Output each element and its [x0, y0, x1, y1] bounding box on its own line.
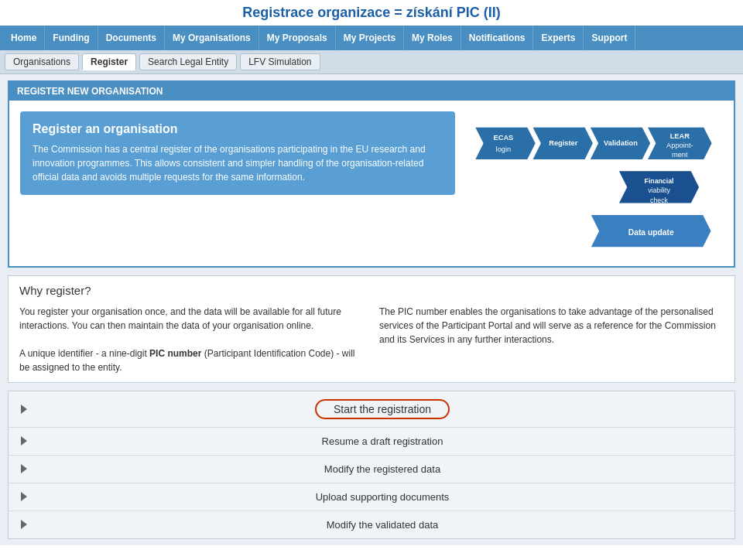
svg-marker-0 — [475, 128, 535, 159]
nav-funding[interactable]: Funding — [45, 26, 98, 50]
nav-notifications[interactable]: Notifications — [461, 26, 534, 50]
arrow-icon — [21, 436, 27, 446]
why-title: Why register? — [19, 284, 724, 297]
svg-text:LEAR: LEAR — [670, 132, 690, 140]
action-rows: Start the registration Resume a draft re… — [8, 391, 735, 539]
nav-documents[interactable]: Documents — [98, 26, 165, 50]
register-description: The Commission has a central register of… — [33, 142, 443, 184]
modify-validated-label: Modify the validated data — [43, 519, 722, 531]
start-registration-label: Start the registration — [43, 399, 722, 419]
register-text-block: Register an organisation The Commission … — [20, 111, 455, 195]
subnav-register[interactable]: Register — [82, 53, 136, 70]
svg-text:Financial: Financial — [645, 177, 674, 185]
svg-text:ECAS: ECAS — [494, 134, 514, 142]
nav-support[interactable]: Support — [584, 26, 635, 50]
nav-home[interactable]: Home — [3, 26, 45, 50]
svg-text:ment: ment — [672, 151, 688, 159]
why-section: Why register? You register your organisa… — [8, 275, 735, 383]
svg-text:Validation: Validation — [604, 139, 638, 147]
resume-draft-row[interactable]: Resume a draft registration — [9, 428, 734, 456]
resume-draft-label: Resume a draft registration — [43, 435, 722, 447]
svg-text:Register: Register — [549, 139, 577, 147]
subnav-organisations[interactable]: Organisations — [5, 53, 79, 70]
why-col-2: The PIC number enables the organisations… — [379, 305, 724, 374]
why-col-1: You register your organisation once, and… — [19, 305, 364, 374]
register-section: REGISTER NEW ORGANISATION Register an or… — [8, 80, 735, 268]
nav-my-roles[interactable]: My Roles — [404, 26, 461, 50]
nav-my-projects[interactable]: My Projects — [336, 26, 404, 50]
svg-text:Appoint-: Appoint- — [666, 142, 693, 149]
content-area: REGISTER NEW ORGANISATION Register an or… — [0, 74, 743, 545]
register-section-body: Register an organisation The Commission … — [9, 101, 734, 266]
modify-validated-row[interactable]: Modify the validated data — [9, 511, 734, 538]
nav-experts[interactable]: Experts — [533, 26, 584, 50]
why-columns: You register your organisation once, and… — [19, 305, 724, 374]
arrow-icon — [21, 492, 27, 501]
modify-registered-label: Modify the registered data — [43, 463, 722, 475]
process-diagram: ECAS login Register Validation LEAR Appo… — [467, 111, 723, 255]
register-diagram: ECAS login Register Validation LEAR Appo… — [467, 111, 723, 255]
upload-documents-label: Upload supporting documents — [43, 491, 722, 503]
sub-nav: Organisations Register Search Legal Enti… — [0, 50, 743, 74]
modify-registered-row[interactable]: Modify the registered data — [9, 456, 734, 483]
subnav-search-legal-entity[interactable]: Search Legal Entity — [139, 53, 237, 70]
nav-my-proposals[interactable]: My Proposals — [259, 26, 336, 50]
svg-text:login: login — [496, 145, 512, 153]
svg-text:check: check — [650, 196, 668, 204]
nav-my-organisations[interactable]: My Organisations — [165, 26, 259, 50]
register-section-header: REGISTER NEW ORGANISATION — [9, 82, 734, 101]
subnav-lfv-simulation[interactable]: LFV Simulation — [240, 53, 320, 70]
svg-text:Data update: Data update — [628, 228, 674, 237]
svg-text:viability: viability — [648, 186, 670, 194]
main-nav: Home Funding Documents My Organisations … — [0, 26, 743, 50]
arrow-icon — [21, 520, 27, 529]
start-registration-row[interactable]: Start the registration — [9, 391, 734, 428]
page-title: Registrace organizace = získání PIC (II) — [0, 0, 743, 26]
arrow-icon — [21, 405, 27, 414]
arrow-icon — [21, 464, 27, 473]
upload-documents-row[interactable]: Upload supporting documents — [9, 483, 734, 511]
register-heading: Register an organisation — [33, 122, 443, 136]
